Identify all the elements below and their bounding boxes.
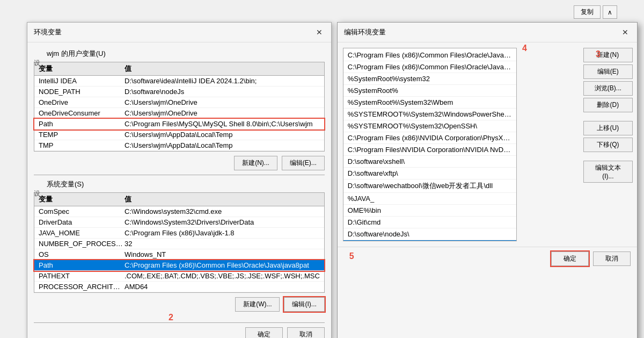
env-dialog-title: 环境变量 ✕ <box>27 23 331 42</box>
sys-var-row[interactable]: NUMBER_OF_PROCESSORS32 <box>34 239 324 249</box>
path-item[interactable]: D:\software\wechatbool\微信web开发者工具\dll <box>343 179 516 193</box>
sys-var-row[interactable]: JAVA_HOMEC:\Program Files (x86)\Java\jdk… <box>34 228 324 239</box>
path-edit-btn[interactable]: 编辑(E) <box>583 64 633 79</box>
path-item-editing[interactable] <box>343 240 516 241</box>
user-var-row[interactable]: OneDriveConsumerC:\Users\wjm\OneDrive <box>34 108 324 119</box>
path-item[interactable]: %SystemRoot% <box>343 85 516 97</box>
sys-btn-row: 新建(W)... 编辑(I)... 2 <box>34 297 325 312</box>
sys-var-col-header: 变量 <box>39 195 125 204</box>
edit-env-close[interactable]: ✕ <box>620 27 631 38</box>
path-down-btn[interactable]: 下移(Q) <box>583 138 633 152</box>
path-item[interactable]: D:\software\xshell\ <box>343 156 516 168</box>
path-item[interactable]: C:\Program Files (x86)\Common Files\Orac… <box>343 61 516 73</box>
user-new-btn[interactable]: 新建(N)... <box>234 156 277 170</box>
sys-var-row[interactable]: PROCESSOR_ARCHITECTUREAMD64 <box>34 282 324 292</box>
env-ok-btn[interactable]: 确定 <box>245 327 283 338</box>
user-vars-header: 变量 值 <box>34 62 324 76</box>
badge-5: 5 <box>349 251 354 266</box>
badge-4: 4 <box>522 44 583 247</box>
sys-var-row[interactable]: OSWindows_NT <box>34 249 324 260</box>
user-var-row[interactable]: TMPC:\Users\wjm\AppData\Local\Temp <box>34 140 324 151</box>
path-new-btn[interactable]: 新建(N) <box>583 48 633 62</box>
edit-btn-col: 3 新建(N) 编辑(E) 浏览(B)... 删除(D) 上移(U) 下移(Q)… <box>583 42 637 247</box>
user-var-row[interactable]: PathC:\Program Files\MySQL\MySQL Shell 8… <box>34 119 324 130</box>
sys-vars-label: 系统变量(S) <box>47 179 325 189</box>
path-item[interactable]: C:\Program Files\NVIDIA Corporation\NVID… <box>343 144 516 156</box>
path-item[interactable]: %SYSTEMROOT%\System32\WindowsPowerShell\… <box>343 109 516 120</box>
path-item[interactable]: D:\Git\cmd <box>343 217 516 228</box>
settings-icon-2: 设 <box>34 189 40 198</box>
user-edit-btn[interactable]: 编辑(E)... <box>282 156 325 170</box>
user-vars-label: wjm 的用户变量(U) <box>47 49 325 59</box>
user-var-row[interactable]: NODE_PATHD:\software\nodeJs <box>34 87 324 97</box>
edit-env-dialog-title: 编辑环境变量 ✕ <box>338 23 637 42</box>
user-var-row[interactable]: TEMPC:\Users\wjm\AppData\Local\Temp <box>34 130 324 140</box>
sys-var-row[interactable]: PathC:\Program Files (x86)\Common Files\… <box>34 260 324 271</box>
sys-new-btn[interactable]: 新建(W)... <box>235 297 280 312</box>
path-delete-btn[interactable]: 删除(D) <box>583 98 633 112</box>
sys-edit-btn[interactable]: 编辑(I)... <box>284 297 324 312</box>
env-dialog-title-text: 环境变量 <box>34 27 62 37</box>
user-vars-table: 变量 值 IntelliJ IDEAD:\software\idea\Intel… <box>34 62 325 152</box>
path-item[interactable]: OME%\bin <box>343 205 516 217</box>
copy-button[interactable]: 复制 <box>574 5 601 19</box>
env-cancel-btn[interactable]: 取消 <box>287 327 325 338</box>
path-item[interactable]: D:\software\nodeJs\ <box>343 228 516 240</box>
edit-cancel-btn[interactable]: 取消 <box>593 251 631 266</box>
path-list[interactable]: C:\Program Files (x86)\Common Files\Orac… <box>343 48 517 241</box>
env-footer-btn-row: 确定 取消 <box>34 327 325 338</box>
chevron-button[interactable]: ∧ <box>603 5 617 19</box>
user-var-col-header: 变量 <box>39 64 125 74</box>
env-dialog-close[interactable]: ✕ <box>314 27 325 38</box>
user-btn-row: 新建(N)... 编辑(E)... <box>34 156 325 170</box>
badge-3: 3 <box>596 49 601 59</box>
user-var-row[interactable]: IntelliJ IDEAD:\software\idea\IntelliJ I… <box>34 76 324 87</box>
sys-var-row[interactable]: ComSpecC:\Windows\system32\cmd.exe <box>34 206 324 217</box>
sys-val-col-header: 值 <box>125 195 320 204</box>
path-item[interactable]: %SystemRoot%\System32\Wbem <box>343 97 516 109</box>
path-item[interactable]: C:\Program Files (x86)\NVIDIA Corporatio… <box>343 132 516 144</box>
path-up-btn[interactable]: 上移(U) <box>583 121 633 135</box>
path-item[interactable]: %JAVA_ <box>343 193 516 205</box>
sys-var-row[interactable]: PATHEXT.COM;.EXE;.BAT;.CMD;.VBS;.VBE;.JS… <box>34 271 324 282</box>
path-edit-input[interactable] <box>343 240 516 241</box>
path-item[interactable]: D:\software\xftp\ <box>343 168 516 179</box>
edit-env-title-text: 编辑环境变量 <box>344 27 386 37</box>
path-edit-text-btn[interactable]: 编辑文本(I)... <box>583 161 633 183</box>
path-item[interactable]: %SYSTEMROOT%\System32\OpenSSH\ <box>343 120 516 132</box>
edit-dialog-body: C:\Program Files (x86)\Common Files\Orac… <box>338 42 637 247</box>
env-dialog: 环境变量 ✕ wjm 的用户变量(U) 设 变量 值 <box>27 22 332 338</box>
sys-vars-body: ComSpecC:\Windows\system32\cmd.exeDriver… <box>34 206 324 292</box>
edit-ok-btn[interactable]: 确定 <box>551 251 589 266</box>
path-item[interactable]: C:\Program Files (x86)\Common Files\Orac… <box>343 49 516 61</box>
edit-dialog-footer: 5 确定 取消 <box>338 247 637 270</box>
edit-env-dialog: 编辑环境变量 ✕ C:\Program Files (x86)\Common F… <box>337 22 638 338</box>
sys-vars-header: 变量 值 <box>34 193 324 206</box>
user-var-row[interactable]: OneDriveC:\Users\wjm\OneDrive <box>34 97 324 108</box>
user-vars-body: IntelliJ IDEAD:\software\idea\IntelliJ I… <box>34 76 324 151</box>
sys-var-row[interactable]: DriverDataC:\Windows\System32\Drivers\Dr… <box>34 217 324 228</box>
badge-2: 2 <box>169 313 173 322</box>
sys-vars-table: 变量 值 ComSpecC:\Windows\system32\cmd.exeD… <box>34 192 325 293</box>
settings-icon-1: 设 <box>34 59 40 68</box>
path-item[interactable]: %SystemRoot%\system32 <box>343 73 516 85</box>
user-val-col-header: 值 <box>125 64 320 74</box>
path-browse-btn[interactable]: 浏览(B)... <box>583 81 633 96</box>
